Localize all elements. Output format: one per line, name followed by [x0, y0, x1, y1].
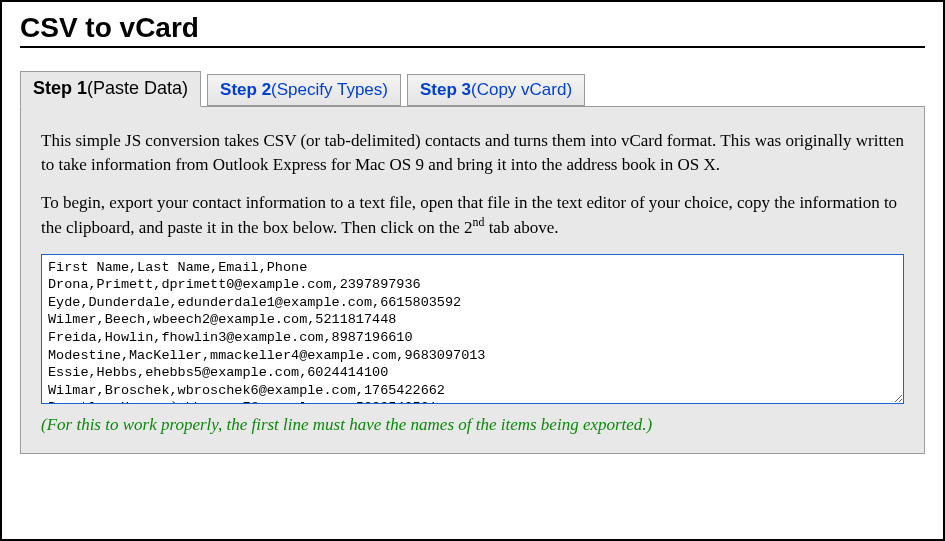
tab-step-1[interactable]: Step 1 (Paste Data)	[20, 71, 201, 107]
intro-2-pre: To begin, export your contact informatio…	[41, 193, 897, 237]
tab-step-1-plain: (Paste Data)	[87, 78, 188, 99]
tab-step-2-plain: (Specify Types)	[271, 80, 388, 100]
step-1-panel: This simple JS conversion takes CSV (or …	[20, 106, 925, 454]
tab-bar: Step 1 (Paste Data) Step 2 (Specify Type…	[20, 70, 925, 106]
tab-step-3-bold: Step 3	[420, 80, 471, 100]
title-rule	[20, 46, 925, 48]
csv-input-textarea[interactable]: First Name,Last Name,Email,Phone Drona,P…	[41, 254, 904, 404]
tab-step-1-bold: Step 1	[33, 78, 87, 99]
intro-paragraph-2: To begin, export your contact informatio…	[41, 191, 904, 240]
tab-step-2-bold: Step 2	[220, 80, 271, 100]
intro-paragraph-1: This simple JS conversion takes CSV (or …	[41, 129, 904, 177]
intro-2-post: tab above.	[484, 218, 558, 237]
tab-step-3-plain: (Copy vCard)	[471, 80, 572, 100]
first-line-hint: (For this to work properly, the first li…	[41, 415, 904, 435]
intro-2-ordinal-suffix: nd	[473, 215, 485, 229]
page-title: CSV to vCard	[20, 12, 925, 44]
app-window: CSV to vCard Step 1 (Paste Data) Step 2 …	[0, 0, 945, 541]
tab-step-3[interactable]: Step 3 (Copy vCard)	[407, 74, 585, 106]
tab-step-2[interactable]: Step 2 (Specify Types)	[207, 74, 401, 106]
